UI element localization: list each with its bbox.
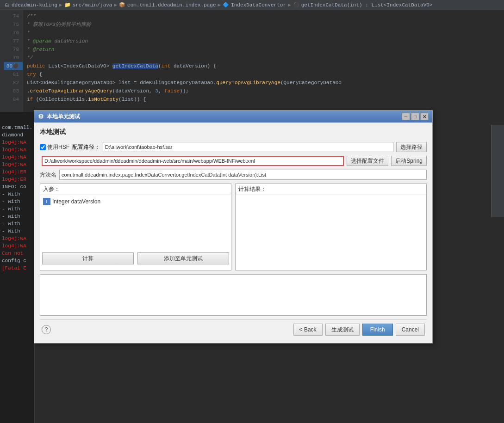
log-line-13: - with [2,213,32,220]
line-83: 83 [4,87,19,95]
left-log-panel: com.tmall.te diamond log4j:WA log4j:WA l… [0,112,35,423]
log-line-5: log4j:WA [2,153,32,161]
log-line-10: - With [2,190,32,198]
dialog-icon: ⚙ [38,113,44,120]
line-79: 79 [4,54,19,62]
minimize-button[interactable]: ─ [402,113,410,120]
calc-button[interactable]: 计算 [42,252,134,264]
webxml-path-input[interactable] [42,156,344,166]
param-name: Integer dataVersion [52,198,100,205]
line-81: 81 [4,70,19,79]
cancel-button[interactable]: Cancel [396,324,425,336]
line-78: 78 [4,45,19,54]
dialog-titlebar: ⚙ 本地单元测试 ─ □ ✕ [34,110,432,123]
log-line-9: INFO: co [2,183,32,190]
src-folder-icon: 📁 [64,2,71,8]
line-74: 74 [4,12,19,20]
code-content: /** * 获取TOP3的类目平均库龄 * * @param dataVersi… [23,10,504,112]
log-line-15: - With [2,227,32,235]
breadcrumb-package[interactable]: com.tmall.ddeadmin.index.page [127,2,216,8]
dialog-footer: ? < Back 生成测试 Finish Cancel [40,319,427,337]
log-line-18: Can not [2,250,32,257]
hsf-label: 使用HSF [47,143,69,151]
log-line-20: [Fatal E [2,264,32,272]
class-icon: 🔷 [223,2,229,8]
back-button[interactable]: < Back [293,324,323,336]
webxml-row: 选择配置文件 启动Spring [40,156,427,166]
right-sidebar-tabs [491,125,504,217]
log-line-6: log4j:WA [2,161,32,168]
restore-button[interactable]: □ [411,113,419,120]
params-header: 入参： [40,184,231,195]
hsf-row: 使用HSF 配置路径： 选择路径 [40,142,427,152]
param-type-icon: I [43,198,50,205]
log-line-14: - with [2,220,32,227]
title-buttons: ─ □ ✕ [402,113,429,120]
log-line-4: log4j:WA [2,146,32,153]
generate-test-button[interactable]: 生成测试 [325,324,360,336]
finish-button[interactable]: Finish [362,324,393,336]
config-path-label: 配置路径： [72,143,100,151]
line-76: 76 [4,29,19,37]
log-line-12: - with [2,205,32,213]
footer-buttons: < Back 生成测试 Finish Cancel [293,324,425,336]
local-unit-test-dialog: ⚙ 本地单元测试 ─ □ ✕ 本地测试 使用HSF 配置路径： 选择路径 [34,110,433,343]
bottom-output-area [40,274,427,316]
breadcrumb: 🗂 ddeadmin-kuling ▶ 📁 src/main/java ▶ 📦 … [0,0,504,10]
result-content [236,195,426,264]
line-75: 75 [4,20,19,29]
line-80: 80⚫ [4,62,23,70]
method-name-row: 方法名 [40,170,427,180]
package-icon: 📦 [119,2,125,8]
result-panel: 计算结果： [235,184,427,270]
line-77: 77 [4,37,19,45]
log-line-3: log4j:WA [2,139,32,146]
choose-path-button[interactable]: 选择路径 [396,142,427,152]
result-header: 计算结果： [236,184,426,195]
choose-config-button[interactable]: 选择配置文件 [347,156,388,166]
code-editor: 74 75 76 77 78 79 80⚫ 81 82 83 84 /** * … [0,10,504,112]
param-item[interactable]: I Integer dataVersion [42,197,229,206]
log-line-19: config c [2,257,32,264]
log-line-2: diamond [2,131,32,139]
method-name-input[interactable] [59,170,427,180]
log-line-8: log4j:ER [2,176,32,183]
breadcrumb-method: getIndexCatData(int) : List<IndexCatData… [301,2,433,8]
line-numbers: 74 75 76 77 78 79 80⚫ 81 82 83 84 [0,10,23,112]
add-to-test-button[interactable]: 添加至单元测试 [137,252,229,264]
breadcrumb-class[interactable]: IndexDataConvertor [231,2,286,8]
config-path-input[interactable] [103,142,393,152]
start-spring-button[interactable]: 启动Spring [391,156,427,166]
hsf-checkbox[interactable] [40,144,46,150]
breadcrumb-project[interactable]: ddeadmin-kuling [12,2,57,8]
project-icon: 🗂 [5,2,10,8]
dialog-body: 本地测试 使用HSF 配置路径： 选择路径 选择配置文件 启动Spring 方法… [34,123,432,343]
line-82: 82 [4,79,19,87]
section-title: 本地测试 [40,128,427,136]
close-button[interactable]: ✕ [420,113,429,120]
method-icon: ⚫ [293,2,299,8]
params-content: I Integer dataVersion [40,195,231,251]
ide-background: 🗂 ddeadmin-kuling ▶ 📁 src/main/java ▶ 📦 … [0,0,504,423]
method-label: 方法名 [40,171,56,179]
log-content: com.tmall.te diamond log4j:WA log4j:WA l… [0,122,34,423]
help-button[interactable]: ? [42,325,51,334]
breadcrumb-src[interactable]: src/main/java [73,2,112,8]
log-line-11: - with [2,198,32,205]
log-line-7: log4j:ER [2,168,32,176]
line-84: 84 [4,95,19,104]
log-line-16: log4j:WA [2,235,32,242]
params-section: 入参： I Integer dataVersion 计算 添加至单元测试 [40,184,427,270]
dialog-title: 本地单元测试 [47,113,402,121]
calc-buttons-row: 计算 添加至单元测试 [40,251,231,266]
hsf-checkbox-label[interactable]: 使用HSF [40,143,69,151]
input-params-panel: 入参： I Integer dataVersion 计算 添加至单元测试 [40,184,231,270]
log-line-1: com.tmall.te [2,124,32,131]
log-line-17: log4j:WA [2,242,32,250]
